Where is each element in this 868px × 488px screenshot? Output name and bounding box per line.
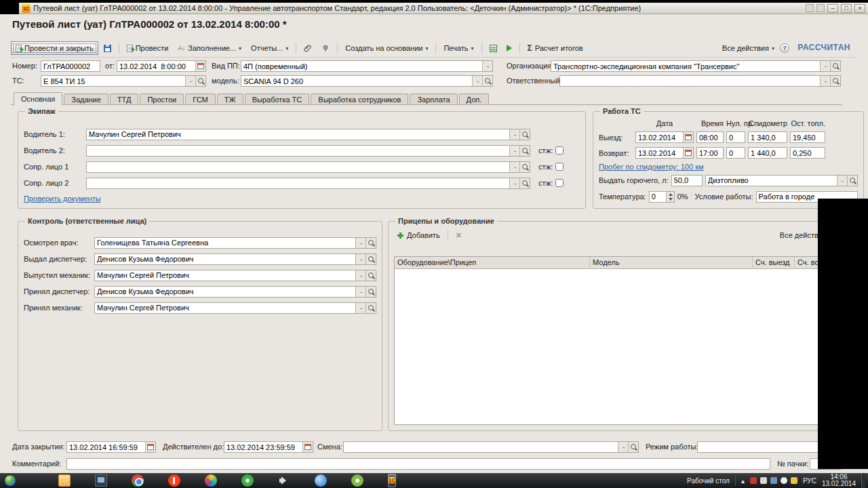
- number-input[interactable]: [41, 61, 100, 71]
- ellipsis-button[interactable]: ...: [509, 129, 519, 140]
- ellipsis-button[interactable]: ...: [509, 146, 519, 156]
- save-button[interactable]: [100, 43, 115, 54]
- reports-menu-button[interactable]: Отчеты... ▾: [247, 42, 292, 54]
- stz-checkbox-driver2[interactable]: [555, 146, 564, 155]
- tray-icon-volume[interactable]: [781, 477, 787, 484]
- maximize-button[interactable]: □: [841, 4, 852, 13]
- taskbar-clock[interactable]: 14:06 13.02.2014: [822, 474, 856, 487]
- print-menu-button[interactable]: Печать ▾: [439, 42, 477, 54]
- ellipsis-button[interactable]: ...: [482, 61, 492, 71]
- tab-vyrabotka-ts[interactable]: Выработка ТС: [245, 94, 310, 105]
- col-counter-out[interactable]: Сч. выезд: [753, 257, 795, 268]
- taskbar-icon-yandex[interactable]: [168, 474, 180, 487]
- search-icon[interactable]: [366, 270, 376, 281]
- attachments-button[interactable]: [300, 42, 316, 54]
- calendar-icon[interactable]: [683, 132, 693, 142]
- ellipsis-button[interactable]: ...: [820, 61, 830, 71]
- post-and-close-button[interactable]: Провести и закрыть: [11, 41, 98, 55]
- driver2-input[interactable]: [87, 146, 509, 156]
- spinner-control[interactable]: [666, 192, 674, 202]
- tab-zadanie[interactable]: Задание: [64, 94, 108, 105]
- ellipsis-button[interactable]: ...: [355, 270, 366, 281]
- mileage-link[interactable]: Пробег по спидометру: 100 км: [599, 163, 704, 171]
- return-speedo-input[interactable]: [749, 148, 787, 158]
- responsible-input[interactable]: [560, 76, 820, 86]
- tray-expand-chevron[interactable]: ▴: [741, 477, 745, 485]
- temperature-input[interactable]: [650, 192, 666, 202]
- model-input[interactable]: [241, 76, 472, 86]
- search-icon[interactable]: [366, 287, 376, 297]
- type-input[interactable]: [241, 61, 482, 71]
- mechanic-released-input[interactable]: [95, 270, 355, 281]
- taskbar-icon-green-app[interactable]: [241, 474, 254, 487]
- titlebar-service-icon[interactable]: [806, 4, 814, 12]
- ellipsis-button[interactable]: ...: [355, 238, 366, 248]
- taskbar-icon-browser[interactable]: [315, 474, 327, 487]
- create-based-on-button[interactable]: Создать на основании ▾: [341, 42, 432, 54]
- search-icon[interactable]: [366, 238, 376, 248]
- calendar-icon[interactable]: [145, 442, 155, 452]
- show-desktop-button[interactable]: [861, 473, 865, 488]
- valid-until-input[interactable]: [224, 442, 302, 452]
- ellipsis-button[interactable]: ...: [837, 176, 847, 186]
- mechanic-accepted-input[interactable]: [95, 303, 355, 313]
- help-button[interactable]: ?: [780, 43, 789, 53]
- date-input[interactable]: [117, 61, 195, 71]
- taskbar-icon-volume-app[interactable]: [278, 474, 290, 487]
- calendar-icon[interactable]: [683, 148, 693, 158]
- dispatcher-issued-input[interactable]: [95, 254, 355, 264]
- ellipsis-button[interactable]: ...: [355, 254, 366, 264]
- check-documents-link[interactable]: Проверить документы: [24, 195, 101, 203]
- depart-time-input[interactable]: [697, 132, 723, 142]
- desktop-toolbar-label[interactable]: Рабочий стол: [687, 477, 730, 485]
- taskbar-icon-explorer[interactable]: [58, 474, 71, 487]
- ellipsis-button[interactable]: ...: [820, 76, 830, 86]
- delete-button[interactable]: ✕: [453, 230, 465, 241]
- depart-nul-input[interactable]: [727, 132, 745, 142]
- taskbar-icon-icq[interactable]: [351, 474, 363, 487]
- pin-button[interactable]: [317, 42, 334, 54]
- fill-menu-button[interactable]: А↓ Заполнение... ▾: [174, 42, 245, 54]
- col-equipment[interactable]: Оборудование\Прицеп: [395, 257, 590, 268]
- all-actions-button[interactable]: Все действия ▾: [718, 42, 778, 54]
- calendar-icon[interactable]: [195, 61, 205, 71]
- post-button[interactable]: Провести: [123, 42, 173, 54]
- tab-ttd[interactable]: ТТД: [110, 94, 139, 105]
- fuel-type-input[interactable]: [706, 176, 837, 186]
- add-button[interactable]: Добавить: [394, 230, 443, 241]
- search-icon[interactable]: [519, 162, 530, 172]
- taskbar-icon-1c[interactable]: 1С: [389, 477, 395, 483]
- ellipsis-button[interactable]: ...: [618, 442, 628, 452]
- search-icon[interactable]: [847, 176, 857, 186]
- start-button[interactable]: [4, 474, 16, 487]
- vehicle-input[interactable]: [41, 76, 185, 86]
- tab-zarplata[interactable]: Зарплата: [410, 94, 457, 105]
- return-date-input[interactable]: [636, 148, 683, 158]
- ellipsis-button[interactable]: ...: [355, 287, 366, 297]
- tab-osnovnaya[interactable]: Основная: [14, 92, 62, 105]
- taskbar-icon-media[interactable]: [205, 474, 217, 487]
- stz-checkbox-escort2[interactable]: [555, 179, 564, 187]
- close-button[interactable]: ×: [854, 4, 865, 13]
- titlebar-calculator-icon[interactable]: [816, 4, 825, 12]
- driver1-input[interactable]: [87, 129, 509, 140]
- ellipsis-button[interactable]: ...: [355, 303, 366, 313]
- return-time-input[interactable]: [697, 148, 723, 158]
- calendar-icon[interactable]: [302, 442, 313, 452]
- ellipsis-button[interactable]: ...: [472, 76, 482, 86]
- search-icon[interactable]: [366, 303, 376, 313]
- trailers-table-body[interactable]: [395, 269, 834, 424]
- escort2-input[interactable]: [87, 178, 509, 188]
- stz-checkbox-escort1[interactable]: [555, 163, 564, 171]
- fuel-qty-input[interactable]: [672, 176, 702, 186]
- run-button[interactable]: [502, 43, 516, 54]
- minimize-button[interactable]: –: [827, 4, 838, 13]
- ellipsis-button[interactable]: ...: [509, 162, 519, 172]
- tab-prostoi[interactable]: Простои: [140, 94, 184, 105]
- return-fuel-input[interactable]: [791, 148, 825, 158]
- tab-dop[interactable]: Доп.: [459, 94, 490, 105]
- search-icon[interactable]: [628, 442, 638, 452]
- tray-icon-updates[interactable]: [791, 477, 797, 484]
- depart-speedo-input[interactable]: [749, 132, 787, 142]
- depart-fuel-input[interactable]: [791, 132, 825, 142]
